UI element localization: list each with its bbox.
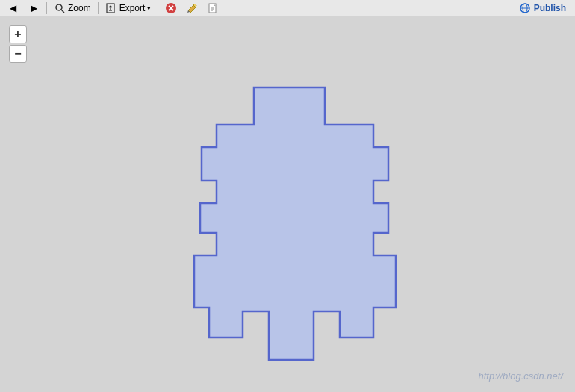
svg-line-1 xyxy=(61,10,64,13)
separator-2 xyxy=(98,2,99,14)
forward-icon: ▶ xyxy=(28,2,40,14)
export-dropdown-icon: ▾ xyxy=(147,4,151,12)
stop-button[interactable] xyxy=(161,1,181,16)
publish-icon xyxy=(519,2,531,14)
toolbar: ◀ ▶ Zoom Export ▾ xyxy=(0,0,575,16)
forward-button[interactable]: ▶ xyxy=(24,1,43,16)
export-button[interactable]: Export ▾ xyxy=(102,1,155,16)
back-button[interactable]: ◀ xyxy=(3,1,22,16)
watermark: http://blog.csdn.net/ xyxy=(479,370,563,382)
map-shape xyxy=(0,16,575,392)
pencil-icon xyxy=(186,2,198,14)
zoom-label: Zoom xyxy=(68,3,91,13)
canvas-area: + − http://blog.csdn.net/ xyxy=(0,16,575,392)
publish-label: Publish xyxy=(534,3,566,13)
separator-3 xyxy=(158,2,158,14)
svg-point-0 xyxy=(56,4,62,10)
export-icon xyxy=(105,2,117,14)
export-label: Export xyxy=(119,3,146,13)
stop-icon xyxy=(165,2,177,14)
separator-1 xyxy=(46,2,47,14)
zoom-icon xyxy=(54,2,66,14)
publish-button[interactable]: Publish xyxy=(513,1,572,15)
page-button[interactable] xyxy=(203,1,223,16)
svg-marker-15 xyxy=(194,87,396,360)
back-icon: ◀ xyxy=(7,2,19,14)
page-icon xyxy=(207,2,219,14)
edit-button[interactable] xyxy=(182,1,202,16)
zoom-button[interactable]: Zoom xyxy=(50,1,95,16)
